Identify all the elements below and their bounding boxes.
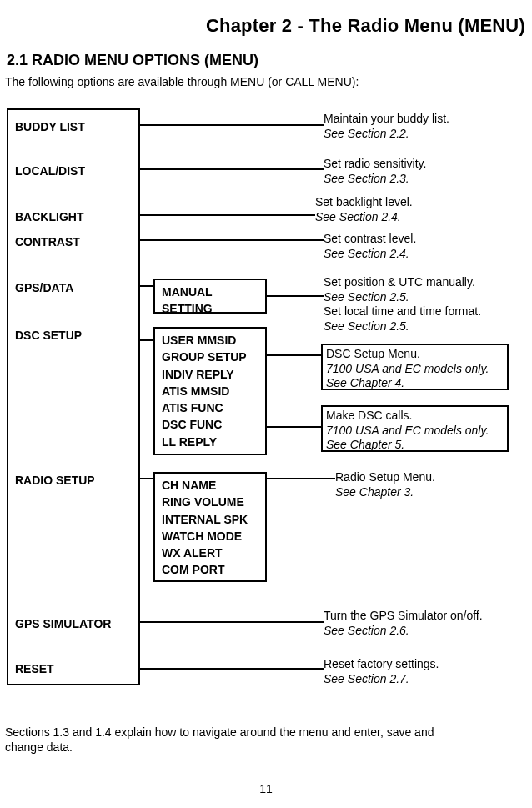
desc-buddy-list: Maintain your buddy list. See Section 2.… — [324, 112, 524, 141]
menu-item-radio-setup: RADIO SETUP — [15, 474, 95, 487]
desc-text: Maintain your buddy list. — [324, 112, 449, 125]
menu-item-gps-simulator: GPS SIMULATOR — [15, 617, 111, 630]
desc-text: Make DSC calls. — [326, 409, 412, 422]
desc-ref: See Section 2.4. — [324, 247, 409, 260]
desc-note: 7100 USA and EC models only. — [326, 362, 489, 375]
section-title: 2.1 RADIO MENU OPTIONS (MENU) — [7, 52, 258, 69]
submenu-radio-setup: CH NAME RING VOLUME INTERNAL SPK WATCH M… — [153, 472, 267, 582]
desc-text: Radio Setup Menu. — [335, 470, 435, 484]
desc-manual-setting: Set position & UTC manually. See Section… — [324, 275, 524, 334]
desc-text: DSC Setup Menu. — [326, 347, 420, 360]
desc-ref: See Section 2.5. — [324, 290, 409, 304]
desc-text: Set backlight level. — [315, 195, 413, 208]
desc-local-dist: Set radio sensitivity. See Section 2.3. — [324, 157, 524, 186]
desc-ref: See Section 2.5. — [324, 319, 409, 333]
submenu-manual-setting: MANUAL SETTING — [153, 279, 267, 314]
outro-text: Sections 1.3 and 1.4 explain how to navi… — [5, 725, 472, 755]
submenu-line: MANUAL — [162, 284, 258, 300]
submenu-line: INDIV REPLY — [162, 366, 258, 383]
desc-text: Turn the GPS Simulator on/off. — [324, 609, 483, 622]
submenu-line: LL REPLY — [162, 434, 258, 450]
desc-ref: See Section 2.6. — [324, 624, 409, 637]
submenu-dsc-setup: USER MMSID GROUP SETUP INDIV REPLY ATIS … — [153, 327, 267, 455]
menu-item-dsc-setup: DSC SETUP — [15, 329, 82, 342]
submenu-line: WX ALERT — [162, 545, 258, 561]
desc-note: 7100 USA and EC models only. — [326, 424, 489, 437]
desc-ref: See Chapter 4. — [326, 376, 404, 389]
submenu-line: COM PORT — [162, 561, 258, 578]
submenu-line: USER MMSID — [162, 332, 258, 349]
desc-text: Set position & UTC manually. — [324, 275, 475, 289]
desc-ref: See Chapter 5. — [326, 438, 404, 451]
submenu-line: SETTING — [162, 300, 258, 317]
submenu-line: INTERNAL SPK — [162, 511, 258, 528]
desc-backlight: Set backlight level. See Section 2.4. — [315, 195, 515, 224]
desc-text: Set contrast level. — [324, 232, 416, 245]
submenu-line: GROUP SETUP — [162, 349, 258, 365]
desc-radio-setup-menu: Radio Setup Menu. See Chapter 3. — [335, 470, 532, 499]
desc-text: Set local time and time format. — [324, 304, 481, 318]
menu-item-gps-data: GPS/DATA — [15, 281, 73, 294]
submenu-line: RING VOLUME — [162, 494, 258, 510]
desc-ref: See Section 2.4. — [315, 210, 401, 223]
intro-text: The following options are available thro… — [5, 75, 359, 88]
desc-text: Set radio sensitivity. — [324, 157, 426, 170]
desc-make-dsc-calls: Make DSC calls. 7100 USA and EC models o… — [321, 405, 509, 452]
desc-text: Reset factory settings. — [324, 657, 439, 670]
desc-dsc-setup-menu: DSC Setup Menu. 7100 USA and EC models o… — [321, 344, 509, 390]
menu-diagram: BUDDY LIST LOCAL/DIST BACKLIGHT CONTRAST… — [7, 108, 525, 705]
desc-ref: See Section 2.2. — [324, 127, 409, 140]
submenu-line: ATIS MMSID — [162, 383, 258, 399]
submenu-line: WATCH MODE — [162, 528, 258, 545]
menu-item-backlight: BACKLIGHT — [15, 210, 83, 223]
primary-menu-box: BUDDY LIST LOCAL/DIST BACKLIGHT CONTRAST… — [7, 108, 140, 685]
desc-reset: Reset factory settings. See Section 2.7. — [324, 657, 524, 686]
menu-item-buddy-list: BUDDY LIST — [15, 120, 85, 133]
desc-gps-simulator: Turn the GPS Simulator on/off. See Secti… — [324, 609, 524, 638]
menu-item-reset: RESET — [15, 662, 54, 675]
desc-contrast: Set contrast level. See Section 2.4. — [324, 232, 524, 261]
page-number: 11 — [0, 782, 532, 795]
chapter-title: Chapter 2 - The Radio Menu (MENU) — [0, 15, 525, 37]
submenu-line: CH NAME — [162, 477, 258, 494]
submenu-line: ATIS FUNC — [162, 399, 258, 416]
menu-item-contrast: CONTRAST — [15, 235, 80, 248]
desc-ref: See Section 2.3. — [324, 172, 409, 185]
menu-item-local-dist: LOCAL/DIST — [15, 164, 85, 178]
desc-ref: See Chapter 3. — [335, 485, 414, 499]
submenu-line: DSC FUNC — [162, 416, 258, 433]
page: Chapter 2 - The Radio Menu (MENU) 2.1 RA… — [0, 0, 532, 808]
desc-ref: See Section 2.7. — [324, 672, 409, 685]
